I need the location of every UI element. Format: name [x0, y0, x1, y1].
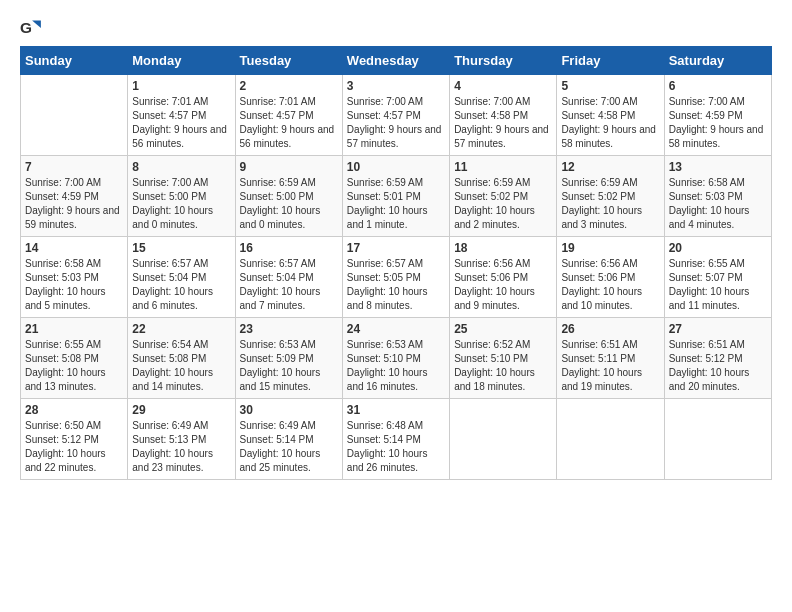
sunrise-label: Sunrise: 6:51 AM [561, 339, 637, 350]
sunset-label: Sunset: 5:02 PM [454, 191, 528, 202]
daylight-label: Daylight: 9 hours and 57 minutes. [454, 124, 549, 149]
day-number: 30 [240, 403, 338, 417]
sunrise-label: Sunrise: 6:57 AM [240, 258, 316, 269]
sunrise-label: Sunrise: 6:52 AM [454, 339, 530, 350]
day-number: 22 [132, 322, 230, 336]
calendar-cell: 29 Sunrise: 6:49 AM Sunset: 5:13 PM Dayl… [128, 399, 235, 480]
day-number: 21 [25, 322, 123, 336]
sunrise-label: Sunrise: 7:01 AM [240, 96, 316, 107]
day-number: 8 [132, 160, 230, 174]
sunset-label: Sunset: 5:06 PM [454, 272, 528, 283]
day-info: Sunrise: 6:55 AM Sunset: 5:08 PM Dayligh… [25, 338, 123, 394]
sunrise-label: Sunrise: 7:00 AM [132, 177, 208, 188]
weekday-header-sunday: Sunday [21, 47, 128, 75]
daylight-label: Daylight: 10 hours and 13 minutes. [25, 367, 106, 392]
day-info: Sunrise: 6:53 AM Sunset: 5:09 PM Dayligh… [240, 338, 338, 394]
calendar-week-row: 14 Sunrise: 6:58 AM Sunset: 5:03 PM Dayl… [21, 237, 772, 318]
calendar-cell: 12 Sunrise: 6:59 AM Sunset: 5:02 PM Dayl… [557, 156, 664, 237]
sunset-label: Sunset: 5:10 PM [347, 353, 421, 364]
sunrise-label: Sunrise: 6:49 AM [132, 420, 208, 431]
sunset-label: Sunset: 5:08 PM [132, 353, 206, 364]
day-info: Sunrise: 6:59 AM Sunset: 5:00 PM Dayligh… [240, 176, 338, 232]
daylight-label: Daylight: 10 hours and 22 minutes. [25, 448, 106, 473]
sunrise-label: Sunrise: 6:51 AM [669, 339, 745, 350]
day-number: 18 [454, 241, 552, 255]
daylight-label: Daylight: 10 hours and 1 minute. [347, 205, 428, 230]
day-info: Sunrise: 6:52 AM Sunset: 5:10 PM Dayligh… [454, 338, 552, 394]
calendar-cell: 17 Sunrise: 6:57 AM Sunset: 5:05 PM Dayl… [342, 237, 449, 318]
calendar-cell: 2 Sunrise: 7:01 AM Sunset: 4:57 PM Dayli… [235, 75, 342, 156]
daylight-label: Daylight: 10 hours and 7 minutes. [240, 286, 321, 311]
sunset-label: Sunset: 5:03 PM [25, 272, 99, 283]
daylight-label: Daylight: 10 hours and 9 minutes. [454, 286, 535, 311]
daylight-label: Daylight: 10 hours and 26 minutes. [347, 448, 428, 473]
calendar-cell [450, 399, 557, 480]
sunrise-label: Sunrise: 6:59 AM [454, 177, 530, 188]
sunset-label: Sunset: 5:01 PM [347, 191, 421, 202]
daylight-label: Daylight: 9 hours and 56 minutes. [132, 124, 227, 149]
calendar-cell: 26 Sunrise: 6:51 AM Sunset: 5:11 PM Dayl… [557, 318, 664, 399]
sunset-label: Sunset: 5:07 PM [669, 272, 743, 283]
day-number: 27 [669, 322, 767, 336]
daylight-label: Daylight: 10 hours and 16 minutes. [347, 367, 428, 392]
day-number: 5 [561, 79, 659, 93]
daylight-label: Daylight: 9 hours and 56 minutes. [240, 124, 335, 149]
day-number: 10 [347, 160, 445, 174]
sunrise-label: Sunrise: 7:00 AM [347, 96, 423, 107]
day-number: 26 [561, 322, 659, 336]
day-number: 1 [132, 79, 230, 93]
calendar-cell [557, 399, 664, 480]
day-info: Sunrise: 6:50 AM Sunset: 5:12 PM Dayligh… [25, 419, 123, 475]
sunrise-label: Sunrise: 6:54 AM [132, 339, 208, 350]
calendar-cell: 18 Sunrise: 6:56 AM Sunset: 5:06 PM Dayl… [450, 237, 557, 318]
daylight-label: Daylight: 10 hours and 25 minutes. [240, 448, 321, 473]
day-number: 9 [240, 160, 338, 174]
day-number: 7 [25, 160, 123, 174]
sunset-label: Sunset: 5:06 PM [561, 272, 635, 283]
logo-icon: G [20, 16, 42, 38]
day-info: Sunrise: 6:56 AM Sunset: 5:06 PM Dayligh… [561, 257, 659, 313]
daylight-label: Daylight: 10 hours and 19 minutes. [561, 367, 642, 392]
sunset-label: Sunset: 4:59 PM [25, 191, 99, 202]
logo: G [20, 16, 44, 38]
day-info: Sunrise: 6:55 AM Sunset: 5:07 PM Dayligh… [669, 257, 767, 313]
sunrise-label: Sunrise: 7:00 AM [561, 96, 637, 107]
calendar-cell: 31 Sunrise: 6:48 AM Sunset: 5:14 PM Dayl… [342, 399, 449, 480]
day-info: Sunrise: 6:59 AM Sunset: 5:02 PM Dayligh… [454, 176, 552, 232]
sunrise-label: Sunrise: 6:56 AM [454, 258, 530, 269]
svg-text:G: G [20, 19, 32, 36]
calendar-cell: 5 Sunrise: 7:00 AM Sunset: 4:58 PM Dayli… [557, 75, 664, 156]
svg-marker-1 [32, 20, 41, 28]
calendar-cell: 19 Sunrise: 6:56 AM Sunset: 5:06 PM Dayl… [557, 237, 664, 318]
day-number: 20 [669, 241, 767, 255]
calendar-cell: 11 Sunrise: 6:59 AM Sunset: 5:02 PM Dayl… [450, 156, 557, 237]
header: G [20, 16, 772, 38]
day-info: Sunrise: 7:01 AM Sunset: 4:57 PM Dayligh… [240, 95, 338, 151]
day-number: 3 [347, 79, 445, 93]
day-info: Sunrise: 6:49 AM Sunset: 5:14 PM Dayligh… [240, 419, 338, 475]
day-info: Sunrise: 6:58 AM Sunset: 5:03 PM Dayligh… [669, 176, 767, 232]
calendar-cell: 25 Sunrise: 6:52 AM Sunset: 5:10 PM Dayl… [450, 318, 557, 399]
day-info: Sunrise: 6:54 AM Sunset: 5:08 PM Dayligh… [132, 338, 230, 394]
calendar-cell: 14 Sunrise: 6:58 AM Sunset: 5:03 PM Dayl… [21, 237, 128, 318]
sunrise-label: Sunrise: 6:59 AM [347, 177, 423, 188]
sunset-label: Sunset: 5:04 PM [240, 272, 314, 283]
day-number: 19 [561, 241, 659, 255]
sunset-label: Sunset: 4:58 PM [454, 110, 528, 121]
daylight-label: Daylight: 9 hours and 58 minutes. [561, 124, 656, 149]
sunrise-label: Sunrise: 6:53 AM [240, 339, 316, 350]
calendar-week-row: 7 Sunrise: 7:00 AM Sunset: 4:59 PM Dayli… [21, 156, 772, 237]
daylight-label: Daylight: 10 hours and 18 minutes. [454, 367, 535, 392]
weekday-header-monday: Monday [128, 47, 235, 75]
day-info: Sunrise: 6:57 AM Sunset: 5:05 PM Dayligh… [347, 257, 445, 313]
sunset-label: Sunset: 5:12 PM [669, 353, 743, 364]
daylight-label: Daylight: 10 hours and 10 minutes. [561, 286, 642, 311]
day-info: Sunrise: 6:59 AM Sunset: 5:01 PM Dayligh… [347, 176, 445, 232]
daylight-label: Daylight: 9 hours and 59 minutes. [25, 205, 120, 230]
calendar-cell: 15 Sunrise: 6:57 AM Sunset: 5:04 PM Dayl… [128, 237, 235, 318]
day-number: 29 [132, 403, 230, 417]
calendar-cell: 23 Sunrise: 6:53 AM Sunset: 5:09 PM Dayl… [235, 318, 342, 399]
day-number: 16 [240, 241, 338, 255]
calendar-cell: 3 Sunrise: 7:00 AM Sunset: 4:57 PM Dayli… [342, 75, 449, 156]
day-info: Sunrise: 6:49 AM Sunset: 5:13 PM Dayligh… [132, 419, 230, 475]
